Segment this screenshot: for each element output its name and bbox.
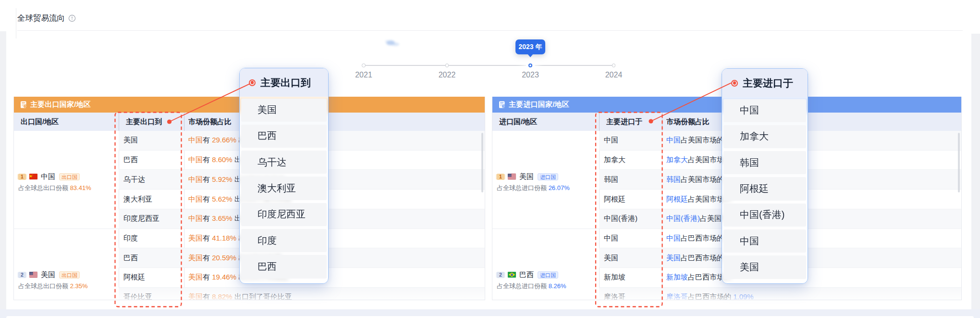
share-cell: 中国占巴西市场的 (662, 234, 961, 243)
share-country: 韩国 (666, 175, 681, 183)
slider-mark-2022[interactable] (445, 64, 449, 67)
popup-list-item[interactable]: 中国 (723, 99, 806, 122)
scrollbar-thumb[interactable] (958, 133, 960, 192)
radio-selected-icon[interactable] (249, 79, 256, 86)
table-row: 摩洛哥 摩洛哥占巴西市场的 1.09% (599, 288, 961, 300)
popup-list-item[interactable]: 韩国 (723, 151, 806, 174)
slider-year-label[interactable]: 2021 (344, 71, 383, 79)
popup-title: 主要出口到 (260, 76, 311, 89)
col-header-country[interactable]: 进口国/地区 (492, 117, 599, 127)
partner-cell[interactable]: 阿根廷 (599, 195, 662, 204)
partner-cell[interactable]: 中国 (599, 234, 662, 243)
col-header-partner[interactable]: 主要出口到 (119, 117, 184, 127)
share-label: 占全球总进口份额 (497, 282, 547, 290)
partner-cell[interactable]: 摩洛哥 (599, 293, 662, 300)
share-cell: 中国(香港)占美国市场的 (662, 214, 961, 223)
col-header-partner[interactable]: 主要进口于 (599, 117, 662, 127)
partner-cell[interactable]: 巴西 (119, 254, 184, 263)
global-share-line: 占全球总进口份额 26.07% (497, 184, 599, 192)
popup-list-item[interactable]: 乌干达 (241, 151, 327, 174)
share-mid: 占巴西市场的 (681, 254, 724, 262)
slider-year-label[interactable]: 2022 (428, 71, 466, 79)
partner-cell[interactable]: 巴西 (119, 155, 184, 165)
partner-cell[interactable]: 新加坡 (599, 273, 662, 282)
popup-list-item[interactable]: 印度尼西亚 (241, 203, 327, 226)
rank-badge: 1 (18, 174, 26, 180)
slider-mark-2021[interactable] (362, 64, 366, 67)
share-mid: 有 (203, 155, 212, 164)
partner-cell[interactable]: 中国 (599, 136, 662, 145)
flag-brazil (508, 272, 516, 278)
col-header-country[interactable]: 出口国/地区 (14, 117, 119, 127)
slider-mark-2023[interactable] (528, 64, 533, 68)
share-country: 新加坡 (666, 273, 688, 281)
table-title: 主要出口国家/地区 (30, 100, 91, 109)
popup-list-item[interactable]: 加拿大 (723, 125, 806, 148)
share-cell: 美国有 20.59% 出口到了巴西 (184, 254, 485, 263)
popup-list-item[interactable]: 美国 (723, 255, 806, 279)
share-mid: 占巴西市场的 (681, 234, 724, 242)
partner-cell[interactable]: 澳大利亚 (119, 195, 184, 204)
slider-year-label[interactable]: 2024 (595, 71, 633, 79)
flag-usa-icon (508, 174, 516, 179)
year-tooltip: 2023 年 (515, 39, 545, 54)
share-country: 美国 (188, 234, 203, 242)
partner-cell[interactable]: 乌干达 (119, 175, 184, 184)
popup-list-item[interactable]: 巴西 (241, 255, 327, 278)
popup-title-row: 主要进口于 (722, 69, 808, 97)
share-country: 美国 (666, 254, 681, 262)
share-mid: 占美国市场的 (681, 175, 724, 183)
slider-year-label[interactable]: 2023 (511, 71, 550, 79)
slider-mark-2024[interactable] (612, 64, 616, 67)
share-pct: 3.65% (212, 214, 233, 222)
year-slider-rail[interactable] (364, 65, 613, 66)
share-country: 中国 (188, 195, 203, 203)
popup-list-item[interactable]: 美国 (241, 99, 327, 122)
share-cell: 美国占巴西市场的 (662, 254, 961, 263)
flag-usa-icon (29, 272, 37, 278)
share-cell: 美国有 41.18% 出口到了印度 (184, 234, 485, 243)
share-pct: 8.82% (212, 293, 233, 300)
share-country: 中国 (188, 175, 203, 183)
share-country: 美国 (188, 293, 203, 300)
group-country-name: 美国 (41, 270, 55, 280)
flag-usa (508, 174, 516, 179)
popup-list-item[interactable]: 阿根廷 (723, 177, 806, 200)
share-cell: 加拿大占美国市场的 (662, 155, 961, 165)
popup-list-item[interactable]: 印度 (241, 229, 327, 252)
group-country-name: 中国 (41, 172, 55, 181)
info-icon[interactable] (68, 14, 76, 22)
share-country: 中国 (666, 234, 681, 242)
col-header-share[interactable]: 市场份额占比 (662, 117, 961, 127)
share-value: 83.41% (70, 184, 91, 191)
popup-list-item[interactable]: 中国(香港) (723, 204, 806, 227)
flag-brazil-icon (508, 272, 516, 278)
trade-role-badge: 进口国 (538, 271, 558, 279)
partner-cell[interactable]: 印度尼西亚 (119, 214, 184, 223)
rank-badge: 2 (18, 272, 26, 278)
popup-list-item[interactable]: 巴西 (241, 125, 327, 148)
table-title: 主要进口国家/地区 (509, 100, 569, 109)
report-icon-wrap (20, 101, 27, 108)
partner-cell[interactable]: 印度 (119, 234, 184, 243)
partner-cell[interactable]: 韩国 (599, 175, 662, 184)
column-divider-header (662, 113, 662, 131)
partner-cell[interactable]: 中国(香港) (599, 214, 662, 223)
partner-cell[interactable]: 美国 (599, 254, 662, 263)
share-cell: 中国有 3.65% 出口到了印度尼西亚 (184, 214, 485, 223)
partner-cell[interactable]: 美国 (119, 136, 184, 145)
partner-cell[interactable]: 加拿大 (599, 155, 662, 165)
share-mid: 有 (203, 195, 212, 203)
import-column-popup: 主要进口于 中国加拿大韩国阿根廷中国(香港)中国美国 (722, 68, 808, 284)
partner-cell[interactable]: 阿根廷 (119, 273, 184, 282)
popup-list-item[interactable]: 澳大利亚 (241, 177, 327, 200)
flag-china-icon (29, 174, 37, 179)
share-mid: 有 (203, 214, 212, 222)
col-header-share[interactable]: 市场份额占比 (184, 117, 485, 127)
partner-cell[interactable]: 哥伦比亚 (119, 293, 184, 300)
scrollbar-thumb[interactable] (481, 133, 484, 192)
top-left-divider (16, 8, 16, 38)
group-country-cell: 2 美国 出口国 占全球总出口份额 2.35% (14, 229, 119, 300)
popup-list-item[interactable]: 中国 (723, 229, 806, 253)
radio-selected-icon[interactable] (731, 80, 738, 87)
